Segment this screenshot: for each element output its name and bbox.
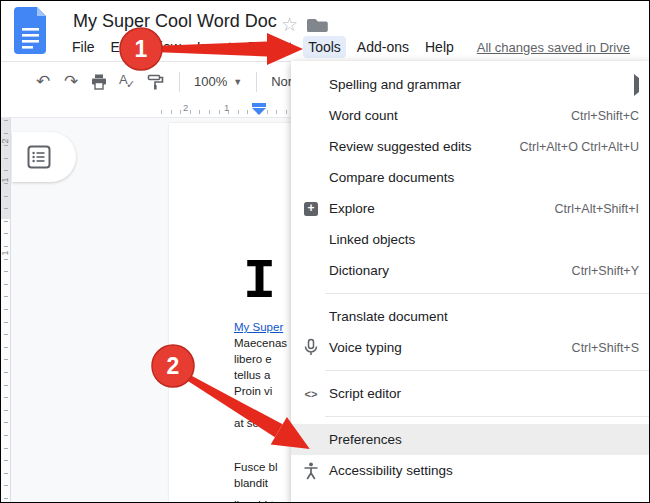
menu-view[interactable]: View [146,36,186,58]
indent-marker[interactable] [252,103,266,115]
first-line-indent-handle[interactable] [252,103,266,107]
document-text-line: libero e [234,353,272,365]
menu-item-compare-documents[interactable]: Compare documents [291,162,650,193]
menu-item-word-count[interactable]: Word count Ctrl+Shift+C [291,100,650,131]
menu-item-translate-document[interactable]: Translate document [291,301,650,332]
explore-icon: + [304,202,318,216]
paint-format-button[interactable] [143,69,167,95]
document-heading-fragment: I [243,251,276,314]
menu-bar: File Edit View Insert Format Tools Add-o… [67,36,630,58]
zoom-select[interactable]: 100% ▼ [188,74,248,89]
document-text-line: Fusce bl [234,461,277,473]
tools-dropdown-menu: Spelling and grammar Word count Ctrl+Shi… [291,61,650,503]
save-status-link[interactable]: All changes saved in Drive [477,40,630,55]
ruler-number: 1 [0,248,10,258]
show-outline-button[interactable] [12,132,76,182]
menu-item-accessibility-settings[interactable]: Accessibility settings [291,455,650,486]
left-indent-handle[interactable] [252,108,266,115]
menu-item-voice-typing[interactable]: Voice typing Ctrl+Shift+S [291,332,650,363]
zoom-value: 100% [194,74,227,89]
toolbar-divider [179,72,180,92]
paint-roller-icon [147,74,164,90]
menu-item-review-suggested-edits[interactable]: Review suggested edits Ctrl+Alt+O Ctrl+A… [291,131,650,162]
accessibility-icon [301,461,321,481]
menu-file[interactable]: File [67,36,100,58]
vertical-ruler: 2 1 1 [1,118,11,503]
print-button[interactable] [87,69,111,95]
star-icon[interactable]: ☆ [281,13,298,36]
menu-insert[interactable]: Insert [192,36,237,58]
document-text-line: llam id t [234,499,274,503]
document-text-line: tellus a [234,369,270,381]
menu-item-preferences[interactable]: Preferences [291,424,650,455]
menu-format[interactable]: Format [243,36,297,58]
redo-button[interactable]: ↷ [59,69,83,95]
printer-icon [91,74,107,90]
menu-divider [325,293,650,294]
shortcut-label: Ctrl+Alt+O Ctrl+Alt+U [520,140,639,154]
menu-divider [325,416,650,417]
document-text-line: Proin vi [234,385,272,397]
menu-tools[interactable]: Tools [303,36,346,58]
shortcut-label: Ctrl+Alt+Shift+I [555,202,639,216]
google-docs-logo[interactable] [13,7,48,54]
document-link-fragment[interactable]: My Super [234,321,283,333]
shortcut-label: Ctrl+Shift+C [571,109,639,123]
microphone-icon [301,338,321,357]
ruler-number: 2 [183,102,188,113]
menu-addons[interactable]: Add-ons [352,36,414,58]
code-icon: <> [305,388,318,400]
spellcheck-icon: A✓ [118,73,136,91]
ruler-number: 1 [224,102,229,113]
shortcut-label: Ctrl+Shift+S [572,341,639,355]
menu-item-script-editor[interactable]: <> Script editor [291,378,650,409]
menu-help[interactable]: Help [420,36,459,58]
undo-icon: ↶ [36,71,50,92]
document-text-line: Maecenas [234,337,287,349]
menu-item-linked-objects[interactable]: Linked objects [291,224,650,255]
redo-icon: ↷ [64,71,78,92]
document-text-line: blandit [234,477,268,489]
shortcut-label: Ctrl+Shift+Y [572,264,639,278]
chevron-down-icon: ▼ [233,77,242,87]
toolbar-divider [256,72,257,92]
spelling-check-button[interactable]: A✓ [115,69,139,95]
menu-item-dictionary[interactable]: Dictionary Ctrl+Shift+Y [291,255,650,286]
menu-item-spelling-and-grammar[interactable]: Spelling and grammar [291,69,650,100]
menu-divider [325,370,650,371]
document-title[interactable]: My Super Cool Word Doc [73,11,277,32]
google-docs-window: My Super Cool Word Doc ☆ File Edit View … [0,0,650,503]
undo-button[interactable]: ↶ [31,69,55,95]
document-text-line: at sed l [234,417,271,429]
submenu-arrow-icon [634,74,639,96]
ruler-number: 2 [0,136,10,146]
menu-item-explore[interactable]: + Explore Ctrl+Alt+Shift+I [291,193,650,224]
document-outline-icon [27,145,51,169]
menu-edit[interactable]: Edit [106,36,140,58]
move-folder-icon[interactable] [307,16,329,34]
ruler-number: 1 [0,175,10,185]
